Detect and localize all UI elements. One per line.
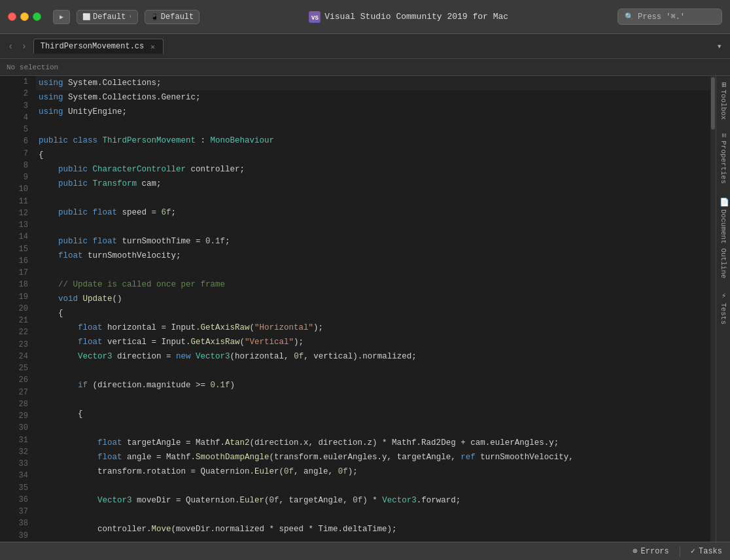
errors-label: Errors [641,547,669,556]
line-number: 37 [0,506,36,517]
line-number: 17 [0,267,36,279]
play-button[interactable] [53,10,70,24]
line-number: 29 [0,410,36,422]
tasks-label: Tasks [699,547,722,556]
code-line [36,364,710,378]
code-line: float targetAngle = Mathf.Atan2(directio… [36,436,710,450]
line-number: 25 [0,362,36,374]
line-number: 18 [0,279,36,290]
code-line: if (direction.magnitude >= 0.1f) [36,378,710,393]
code-line: float horizontal = Input.GetAxisRaw("Hor… [36,321,710,335]
bottom-divider [680,546,680,557]
code-line [36,393,710,407]
close-button[interactable] [8,12,16,21]
app-title: Visual Studio Community 2019 for Mac [324,12,508,22]
code-content[interactable]: using System.Collections;using System.Co… [36,76,710,542]
line-number: 3 [0,100,36,112]
config2-icon: 📱 [150,13,158,21]
tests-label: Tests [720,303,727,324]
code-line: using System.Collections.Generic; [36,90,710,105]
scrollbar-thumb[interactable] [711,77,715,130]
line-number: 12 [0,207,36,219]
search-text: Press '⌘.' [638,12,685,22]
line-number: 35 [0,482,36,494]
config2-selector[interactable]: 📱 Default [145,10,200,24]
line-number: 33 [0,458,36,470]
code-line: Vector3 direction = new Vector3(horizont… [36,349,710,364]
code-line: transform.rotation = Quaternion.Euler(0f… [36,464,710,479]
code-line: public class ThirdPersonMovement : MonoB… [36,133,710,148]
selection-text: No selection [7,63,58,71]
selectionbar: No selection [0,59,730,76]
config1-icon: ⬜ [82,13,90,21]
code-line: using UnityEngine; [36,105,710,119]
scrollbar[interactable] [710,76,716,542]
tests-icon: ⚡ [719,291,728,300]
code-line [36,119,710,133]
line-number: 10 [0,183,36,195]
line-number: 24 [0,351,36,362]
line-number: 16 [0,255,36,267]
line-number: 15 [0,243,36,255]
right-sidebar: ⊞ Toolbox ≡ Properties 📄 Document Outlin… [716,76,730,542]
tasks-button[interactable]: ✓ Tasks [691,546,722,556]
properties-icon: ≡ [719,133,728,137]
line-number: 39 [0,530,36,542]
code-line: Vector3 moveDir = Quaternion.Euler(0f, t… [36,493,710,508]
code-line [36,191,710,205]
code-line: { [36,407,710,421]
bottombar: ⊗ Errors ✓ Tasks [0,542,730,560]
app-icon: VS [309,11,321,23]
minimize-button[interactable] [20,12,29,21]
errors-button[interactable]: ⊗ Errors [633,546,669,556]
tab-dropdown[interactable]: ▾ [714,38,725,54]
tab-label: ThirdPersonMovement.cs [41,42,144,51]
line-number: 21 [0,315,36,326]
code-line [36,421,710,436]
code-line: float angle = Mathf.SmoothDampAngle(tran… [36,450,710,464]
nav-forward[interactable]: › [18,40,29,53]
code-line: { [36,306,710,321]
tab-close-button[interactable]: ✕ [150,43,155,51]
search-bar[interactable]: 🔍 Press '⌘.' [617,9,722,25]
sidebar-tests[interactable]: ⚡ Tests [716,285,730,331]
line-number: 20 [0,303,36,315]
tasks-icon: ✓ [691,546,695,556]
line-number: 28 [0,398,36,410]
code-line: public float turnSmoothTime = 0.1f; [36,234,710,249]
toolbox-icon: ⊞ [719,82,728,87]
line-number: 9 [0,171,36,183]
config1-text: Default [93,12,126,22]
code-editor[interactable]: 1234567891011121314151617181920212223242… [0,76,710,542]
sidebar-document-outline[interactable]: 📄 Document Outline [716,190,730,285]
code-line [36,508,710,522]
line-number: 26 [0,374,36,386]
code-line [36,263,710,277]
sidebar-toolbox[interactable]: ⊞ Toolbox [716,76,730,126]
nav-back[interactable]: ‹ [5,40,16,53]
config1-selector[interactable]: ⬜ Default › [77,10,138,24]
line-number: 6 [0,135,36,147]
line-number: 36 [0,494,36,506]
line-number: 38 [0,517,36,529]
main-area: 1234567891011121314151617181920212223242… [0,76,730,542]
line-number: 32 [0,446,36,458]
document-outline-icon: 📄 [719,197,728,207]
active-tab[interactable]: ThirdPersonMovement.cs ✕ [33,39,164,54]
tabbar: ‹ › ThirdPersonMovement.cs ✕ ▾ [0,34,730,59]
line-number: 8 [0,160,36,171]
sidebar-properties[interactable]: ≡ Properties [716,126,730,190]
code-line: public Transform cam; [36,177,710,191]
maximize-button[interactable] [33,12,41,21]
code-line: { [36,148,710,162]
line-numbers: 1234567891011121314151617181920212223242… [0,76,36,542]
line-number: 1 [0,76,36,88]
code-line: void Update() [36,292,710,306]
document-outline-label: Document Outline [720,209,727,279]
config1-arrow: › [128,14,131,20]
line-number: 19 [0,291,36,303]
svg-text:VS: VS [311,15,319,22]
nav-arrows: ‹ › [5,40,29,53]
line-number: 30 [0,422,36,434]
line-number: 31 [0,434,36,446]
